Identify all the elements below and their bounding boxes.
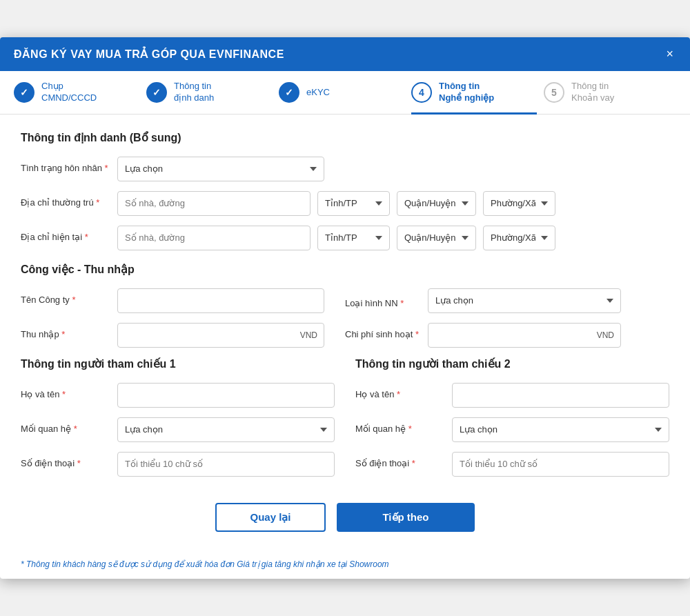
ref1-relation-select[interactable]: Lựa chọn [117, 417, 335, 442]
living-cost-vnd-label: VND [597, 330, 614, 340]
next-button[interactable]: Tiếp theo [337, 503, 475, 532]
permanent-province-select[interactable]: Tỉnh/TP [317, 191, 390, 216]
current-address-row: Địa chỉ hiện tại * Tỉnh/TP Quận/Huyện Ph… [21, 226, 669, 250]
permanent-address-input[interactable] [117, 191, 310, 216]
reference-1-title: Thông tin người tham chiếu 1 [21, 357, 335, 370]
step-3-label: eKYC [306, 87, 330, 99]
work-divider: Công việc - Thu nhập [21, 263, 669, 276]
permanent-address-row: Địa chỉ thường trú * Tỉnh/TP Quận/Huyện … [21, 191, 669, 216]
close-button[interactable]: × [663, 47, 676, 61]
income-input[interactable] [117, 323, 324, 348]
step-4-label: Thông tinNghề nghiệp [439, 81, 494, 104]
step-5: 5 Thông tinKhoản vay [544, 71, 669, 114]
current-ward-select[interactable]: Phường/Xã [483, 226, 555, 250]
ref1-phone-input[interactable] [117, 452, 335, 477]
company-input[interactable] [117, 288, 324, 313]
step-4-circle: 4 [411, 82, 432, 103]
step-2-circle: ✓ [146, 82, 167, 103]
business-type-select[interactable]: Lựa chọn [428, 288, 621, 313]
current-district-select[interactable]: Quận/Huyện [397, 226, 476, 250]
step-2: ✓ Thông tinđịnh danh [146, 71, 272, 114]
ref2-phone-input[interactable] [452, 452, 669, 477]
step-1-label: ChụpCMND/CCCD [41, 81, 97, 104]
income-vnd-label: VND [300, 330, 317, 340]
step-2-label: Thông tinđịnh danh [174, 81, 214, 104]
ref1-relation-label: Mối quan hệ * [21, 417, 110, 435]
income-row: Thu nhập * VND Chi phí sinh hoạt * VND [21, 323, 669, 348]
ref1-name-input[interactable] [117, 383, 335, 408]
step-3-circle: ✓ [279, 82, 299, 103]
step-4: 4 Thông tinNghề nghiệp [411, 71, 537, 114]
permanent-address-label: Địa chỉ thường trú * [21, 191, 110, 209]
living-cost-input[interactable] [428, 323, 621, 348]
ref1-name-label: Họ và tên * [21, 383, 110, 401]
business-type-label: Loại hình NN * [345, 292, 421, 310]
ref2-relation-select[interactable]: Lựa chọn [452, 417, 669, 442]
marital-label: Tình trạng hôn nhân * [21, 157, 110, 175]
current-address-label: Địa chỉ hiện tại * [21, 226, 110, 244]
marital-select[interactable]: Lựa chọn [117, 157, 324, 181]
reference-2-title: Thông tin người tham chiếu 2 [355, 357, 669, 370]
ref1-phone-row: Số điện thoại * [21, 452, 335, 477]
ref2-relation-label: Mối quan hệ * [355, 417, 445, 435]
step-3: ✓ eKYC [279, 71, 404, 114]
ref1-relation-row: Mối quan hệ * Lựa chọn [21, 417, 335, 442]
income-label: Thu nhập * [21, 323, 110, 341]
ref2-name-input[interactable] [452, 383, 669, 408]
living-cost-label: Chi phí sinh hoạt * [345, 323, 421, 341]
step-1-circle: ✓ [14, 82, 34, 103]
ref1-phone-label: Số điện thoại * [21, 452, 110, 470]
ref2-name-row: Họ và tên * [355, 383, 669, 408]
back-button[interactable]: Quay lại [215, 503, 326, 532]
reference-1-section: Thông tin người tham chiếu 1 Họ và tên *… [21, 357, 335, 486]
footer-note: * Thông tin khách hàng sẽ được sử dụng đ… [0, 559, 690, 579]
ref2-name-label: Họ và tên * [355, 383, 445, 401]
permanent-district-select[interactable]: Quận/Huyện [397, 191, 476, 216]
main-modal: ĐĂNG KÝ VAY MUA TRẢ GÓP QUA EVNFINANCE ×… [0, 37, 690, 579]
identity-section-title: Thông tin định danh (Bổ sung) [21, 131, 669, 144]
footer-buttons: Quay lại Tiếp theo [21, 503, 669, 532]
marital-row: Tình trạng hôn nhân * Lựa chọn [21, 157, 669, 181]
permanent-ward-select[interactable]: Phường/Xã [483, 191, 555, 216]
company-label: Tên Công ty * [21, 288, 110, 306]
work-section-title: Công việc - Thu nhập [21, 263, 669, 276]
steps-bar: ✓ ChụpCMND/CCCD ✓ Thông tinđịnh danh ✓ e… [0, 71, 690, 115]
ref1-name-row: Họ và tên * [21, 383, 335, 408]
modal-body: Thông tin định danh (Bổ sung) Tình trạng… [0, 115, 690, 559]
modal-header: ĐĂNG KÝ VAY MUA TRẢ GÓP QUA EVNFINANCE × [0, 37, 690, 71]
step-5-circle: 5 [544, 82, 564, 103]
step-1: ✓ ChụpCMND/CCCD [14, 71, 139, 114]
current-address-input[interactable] [117, 226, 310, 250]
reference-2-section: Thông tin người tham chiếu 2 Họ và tên *… [355, 357, 669, 486]
ref2-relation-row: Mối quan hệ * Lựa chọn [355, 417, 669, 442]
ref2-phone-row: Số điện thoại * [355, 452, 669, 477]
company-row: Tên Công ty * Loại hình NN * Lựa chọn [21, 288, 669, 313]
modal-title: ĐĂNG KÝ VAY MUA TRẢ GÓP QUA EVNFINANCE [14, 48, 284, 61]
step-5-label: Thông tinKhoản vay [571, 81, 614, 104]
ref2-phone-label: Số điện thoại * [355, 452, 445, 470]
current-province-select[interactable]: Tỉnh/TP [317, 226, 390, 250]
